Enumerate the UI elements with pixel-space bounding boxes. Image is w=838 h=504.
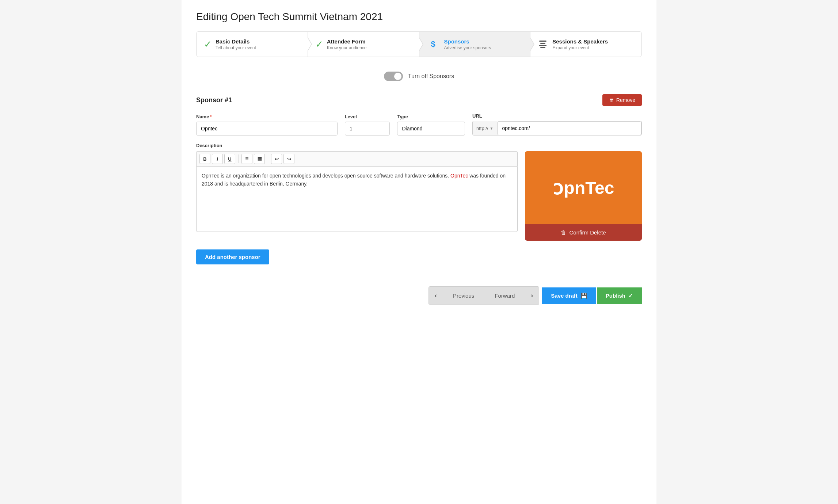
step-title-basic: Basic Details <box>216 38 256 45</box>
footer-nav: ‹ Previous Forward › Save draft 💾 Publis… <box>196 286 642 305</box>
undo-button[interactable]: ↩ <box>271 154 282 164</box>
sponsor-header: Sponsor #1 🗑 Remove <box>196 94 642 106</box>
name-label: Name* <box>196 114 338 119</box>
step-title-attendee: Attendee Form <box>327 38 367 45</box>
save-draft-label: Save draft <box>551 293 578 299</box>
type-field-group: Type <box>397 114 465 135</box>
sponsor-image: ɔpnTec <box>525 151 642 224</box>
level-field-group: Level <box>345 114 390 135</box>
nav-button-group: ‹ Previous Forward › <box>428 286 539 305</box>
ordered-list-button[interactable]: ≡ <box>241 154 252 164</box>
page-title: Editing Open Tech Summit Vietnam 2021 <box>196 11 642 23</box>
type-input[interactable] <box>397 122 465 135</box>
type-label: Type <box>397 114 465 119</box>
forward-arrow-button[interactable]: › <box>525 287 539 305</box>
redo-button[interactable]: ↪ <box>283 154 294 164</box>
toolbar-separator-2 <box>268 154 268 163</box>
step-subtitle-attendee: Know your audience <box>327 45 367 50</box>
unordered-list-button[interactable]: ≣ <box>254 154 265 164</box>
url-label: URL <box>472 113 642 119</box>
confirm-delete-label: Confirm Delete <box>569 229 606 236</box>
check-icon-basic: ✓ <box>204 39 212 50</box>
italic-button[interactable]: I <box>212 154 223 164</box>
step-sponsors[interactable]: $ Sponsors Advertise your sponsors <box>419 32 531 57</box>
editor-toolbar: B I U ≡ ≣ ↩ ↪ <box>196 151 518 166</box>
step-subtitle-sessions: Expand your event <box>552 45 608 50</box>
save-icon: 💾 <box>580 293 587 299</box>
step-subtitle-sponsors: Advertise your sponsors <box>444 45 491 50</box>
description-section: Description B I U ≡ ≣ ↩ ↪ <box>196 143 642 241</box>
url-field-group: URL http:// ▼ <box>472 113 642 135</box>
step-text-basic: Basic Details Tell about your event <box>216 38 256 50</box>
sponsor-form-row: Name* Level Type URL http:// ▼ <box>196 113 642 135</box>
sponsors-toggle[interactable] <box>384 72 403 81</box>
url-text-input[interactable] <box>497 121 641 135</box>
underline-button[interactable]: U <box>224 154 235 164</box>
description-editor[interactable]: OpnTec is an organization for open techn… <box>196 166 518 232</box>
chevron-down-icon: ▼ <box>490 126 494 130</box>
level-label: Level <box>345 114 390 119</box>
step-attendee-form[interactable]: ✓ Attendee Form Know your audience <box>308 32 419 57</box>
dollar-icon: $ <box>427 38 440 51</box>
editor-section: B I U ≡ ≣ ↩ ↪ OpnTec is an organization … <box>196 151 518 232</box>
name-field-group: Name* <box>196 114 338 135</box>
sponsor-logo: ɔpnTec <box>553 177 614 199</box>
save-draft-button[interactable]: Save draft 💾 <box>542 287 596 304</box>
checkmark-icon: ✓ <box>628 293 633 299</box>
publish-label: Publish <box>606 293 625 299</box>
step-text-sponsors: Sponsors Advertise your sponsors <box>444 38 491 50</box>
url-protocol-text: http:// <box>476 126 488 131</box>
url-input-group: http:// ▼ <box>472 121 642 135</box>
list-icon <box>538 38 548 51</box>
previous-button[interactable]: Previous <box>443 287 484 305</box>
remove-sponsor-button[interactable]: 🗑 Remove <box>602 94 642 106</box>
url-protocol-selector[interactable]: http:// ▼ <box>473 121 497 135</box>
stepper: ✓ Basic Details Tell about your event ✓ … <box>196 31 642 57</box>
sponsor-image-card: ɔpnTec 🗑 Confirm Delete <box>525 151 642 241</box>
forward-button[interactable]: Forward <box>484 287 525 305</box>
remove-label: Remove <box>616 97 635 103</box>
trash-icon-delete: 🗑 <box>561 229 566 236</box>
name-input[interactable] <box>196 122 338 135</box>
toggle-row: Turn off Sponsors <box>196 72 642 81</box>
add-another-sponsor-button[interactable]: Add another sponsor <box>196 249 269 264</box>
trash-icon: 🗑 <box>609 97 614 103</box>
bold-button[interactable]: B <box>199 154 210 164</box>
publish-button[interactable]: Publish ✓ <box>597 287 642 304</box>
previous-arrow-button[interactable]: ‹ <box>429 287 443 305</box>
toggle-label: Turn off Sponsors <box>408 73 454 80</box>
level-input[interactable] <box>345 122 390 135</box>
sponsor-number-title: Sponsor #1 <box>196 96 232 104</box>
toolbar-separator-1 <box>238 154 239 163</box>
step-basic-details[interactable]: ✓ Basic Details Tell about your event <box>197 32 308 57</box>
step-subtitle-basic: Tell about your event <box>216 45 256 50</box>
step-sessions-speakers[interactable]: Sessions & Speakers Expand your event <box>530 32 641 57</box>
step-text-attendee: Attendee Form Know your audience <box>327 38 367 50</box>
step-text-sessions: Sessions & Speakers Expand your event <box>552 38 608 50</box>
check-icon-attendee: ✓ <box>315 39 323 50</box>
description-text: OpnTec is an organization for open techn… <box>202 173 506 187</box>
description-label: Description <box>196 143 642 148</box>
editor-wrapper: B I U ≡ ≣ ↩ ↪ OpnTec is an organization … <box>196 151 642 241</box>
confirm-delete-button[interactable]: 🗑 Confirm Delete <box>525 224 642 241</box>
step-title-sponsors: Sponsors <box>444 38 491 45</box>
step-title-sessions: Sessions & Speakers <box>552 38 608 45</box>
